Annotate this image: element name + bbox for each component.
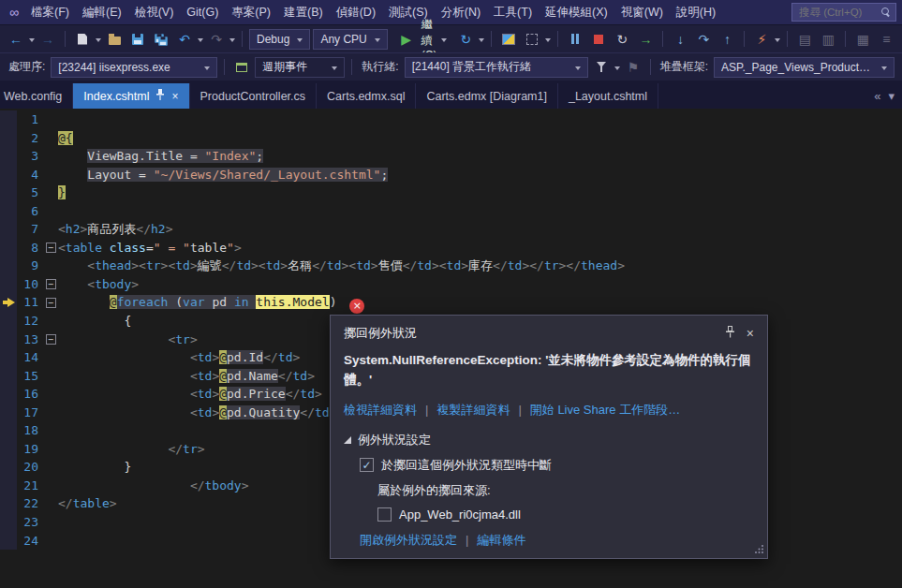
output-window-icon[interactable]: ▥ xyxy=(818,28,838,51)
breakpoint-margin[interactable] xyxy=(0,367,17,386)
breakpoint-margin[interactable] xyxy=(0,184,17,202)
menu-analyze[interactable]: 分析(N) xyxy=(435,0,487,24)
code-text[interactable]: ViewBag.Title = "Index"; xyxy=(58,147,902,166)
breakpoint-margin[interactable] xyxy=(0,257,17,275)
navigate-forward-icon[interactable]: → xyxy=(37,28,58,51)
code-text[interactable]: <thead><tr><td>編號</td><td>名稱</td><td>售價<… xyxy=(58,257,902,275)
picker-caret-icon[interactable] xyxy=(545,38,551,45)
breakpoint-margin[interactable] xyxy=(0,458,17,477)
step-over-icon[interactable]: ↷ xyxy=(693,28,714,51)
fold-collapse-icon[interactable] xyxy=(46,279,56,289)
flagged-threads-icon[interactable]: ⚑ xyxy=(623,56,643,79)
scroll-tabs-icon[interactable]: « xyxy=(874,89,880,103)
tab-index-cshtml[interactable]: Index.cshtml × xyxy=(73,83,189,109)
break-on-exception-checkbox[interactable] xyxy=(360,458,374,472)
breakpoint-margin[interactable] xyxy=(0,202,17,221)
menu-file[interactable]: 檔案(F) xyxy=(24,0,76,24)
code-text[interactable]: Layout = "~/Views/Shared/_Layout.cshtml"… xyxy=(58,166,902,184)
popup-close-icon[interactable]: × xyxy=(747,326,754,341)
filter-threads-icon[interactable] xyxy=(591,56,612,79)
restart-icon[interactable]: ↻ xyxy=(612,28,632,51)
stop-debugging-icon[interactable] xyxy=(588,28,609,51)
menu-view[interactable]: 檢視(V) xyxy=(128,0,181,24)
watch-window-icon[interactable]: ▦ xyxy=(852,28,873,51)
quick-search-box[interactable] xyxy=(791,3,896,22)
tab-productcontroller-cs[interactable]: ProductController.cs xyxy=(190,83,318,109)
edit-conditions-link[interactable]: 編輯條件 xyxy=(457,532,525,549)
break-all-icon[interactable] xyxy=(565,28,585,51)
menu-help[interactable]: 說明(H) xyxy=(670,0,722,24)
code-text[interactable]: <table class=" = "table"> xyxy=(58,239,902,257)
breakpoint-margin[interactable] xyxy=(0,147,17,166)
continue-button[interactable]: ▶ 繼續(C) xyxy=(391,28,453,51)
popup-resize-grip[interactable] xyxy=(755,542,764,556)
save-icon[interactable] xyxy=(127,28,148,51)
fold-collapse-icon[interactable] xyxy=(46,334,56,345)
step-out-icon[interactable]: ↑ xyxy=(717,28,737,51)
save-all-icon[interactable] xyxy=(151,28,171,51)
show-next-statement-icon[interactable]: → xyxy=(635,28,656,51)
breakpoint-margin[interactable] xyxy=(0,166,17,184)
breakpoint-margin[interactable] xyxy=(0,331,17,349)
tab-pin-icon[interactable] xyxy=(155,89,165,103)
breakpoint-margin[interactable] xyxy=(0,421,17,440)
view-details-link[interactable]: 檢視詳細資料 xyxy=(344,402,417,419)
refresh-caret-icon[interactable] xyxy=(479,38,484,45)
live-visual-tree-icon[interactable] xyxy=(498,28,519,51)
menu-debug[interactable]: 偵錯(D) xyxy=(330,0,382,24)
platform-dropdown[interactable]: Any CPU xyxy=(313,29,387,50)
code-text[interactable]: @{ xyxy=(58,129,902,148)
breakpoint-margin[interactable] xyxy=(0,312,17,331)
toolbar-overflow-icon[interactable]: ≡ xyxy=(876,28,896,51)
process-dropdown[interactable]: [23244] iisexpress.exe xyxy=(51,57,217,78)
hot-reload-refresh-icon[interactable]: ↻ xyxy=(455,28,476,51)
tab-web-config[interactable]: Web.config xyxy=(0,83,73,109)
code-text[interactable]: } xyxy=(58,184,902,202)
breakpoint-margin[interactable] xyxy=(0,404,17,422)
undo-caret-icon[interactable] xyxy=(198,38,203,45)
menu-git[interactable]: Git(G) xyxy=(180,0,225,24)
tab-close-icon[interactable]: × xyxy=(171,91,178,102)
stack-frame-dropdown[interactable]: ASP._Page_Views_Product_Index_cshtm xyxy=(714,57,895,78)
copy-details-link[interactable]: 複製詳細資料 xyxy=(417,402,510,419)
search-input[interactable] xyxy=(797,6,878,19)
fold-collapse-icon[interactable] xyxy=(46,243,56,253)
breakpoint-margin[interactable] xyxy=(0,129,17,148)
source-dll-checkbox[interactable] xyxy=(377,507,392,522)
tab-carts-edmx-diagram[interactable]: Carts.edmx [Diagram1] xyxy=(416,83,558,109)
back-caret-icon[interactable] xyxy=(29,38,35,45)
open-exception-settings-link[interactable]: 開啟例外狀況設定 xyxy=(360,532,457,549)
new-file-icon[interactable] xyxy=(72,28,93,51)
tab-layout-cshtml[interactable]: _Layout.cshtml xyxy=(558,83,658,109)
code-text[interactable]: <h2>商品列表</h2> xyxy=(58,220,902,239)
breakpoint-margin[interactable] xyxy=(0,275,17,294)
breakpoint-margin[interactable] xyxy=(0,513,17,532)
code-text[interactable]: @foreach (var pd in this.Model)× xyxy=(58,293,902,312)
breakpoint-margin[interactable] xyxy=(0,477,17,495)
breakpoints-window-icon[interactable]: ▤ xyxy=(794,28,815,51)
breakpoint-margin[interactable] xyxy=(0,440,17,459)
undo-icon[interactable]: ↶ xyxy=(174,28,195,51)
lifecycle-events-dropdown[interactable]: 週期事件 xyxy=(255,57,345,78)
apply-code-changes-icon[interactable]: ⚡ xyxy=(751,28,772,51)
element-picker-icon[interactable] xyxy=(522,28,542,51)
thread-dropdown[interactable]: [21440] 背景工作執行緒 xyxy=(405,57,588,78)
code-text[interactable] xyxy=(58,110,902,129)
fold-collapse-icon[interactable] xyxy=(46,298,56,308)
redo-caret-icon[interactable] xyxy=(229,38,235,45)
new-file-caret-icon[interactable] xyxy=(96,38,101,45)
breakpoint-margin[interactable] xyxy=(0,110,17,129)
breakpoint-margin[interactable] xyxy=(0,532,17,551)
redo-icon[interactable]: ↷ xyxy=(206,28,227,51)
section-expander-icon[interactable] xyxy=(344,436,351,444)
code-text[interactable] xyxy=(58,202,902,221)
breakpoint-margin[interactable] xyxy=(0,494,17,513)
navigate-back-icon[interactable]: ← xyxy=(6,28,26,51)
filter-caret-icon[interactable] xyxy=(614,66,620,73)
solution-config-dropdown[interactable]: Debug xyxy=(249,29,310,50)
active-files-dropdown-icon[interactable]: ▾ xyxy=(888,89,895,103)
popup-pin-icon[interactable] xyxy=(725,326,735,341)
code-editor[interactable]: 12@{3 ViewBag.Title = "Index";4 Layout =… xyxy=(0,109,902,588)
apply-caret-icon[interactable] xyxy=(775,38,780,45)
tab-carts-edmx-sql[interactable]: Carts.edmx.sql xyxy=(317,83,416,109)
